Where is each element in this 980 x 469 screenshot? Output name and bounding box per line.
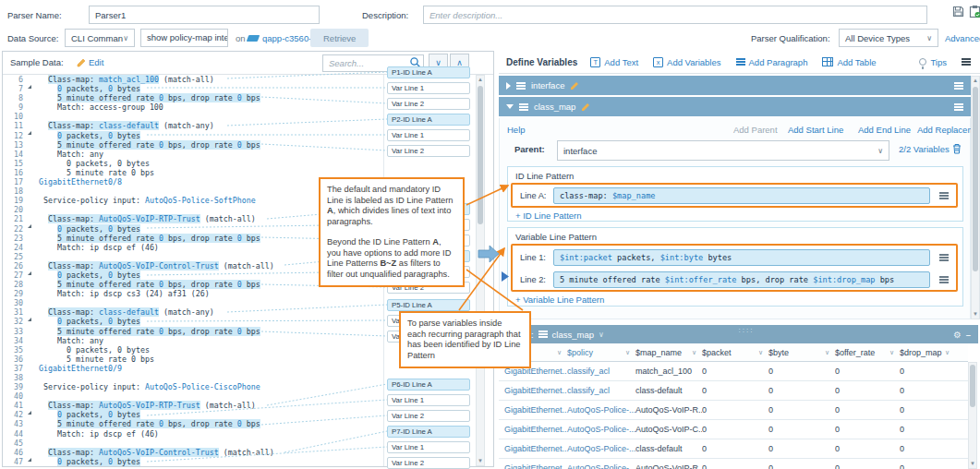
- define-panel-scrollbar[interactable]: ▲ ▼: [971, 76, 980, 319]
- code-line[interactable]: 36 5 minute rate 0 bps: [3, 355, 383, 364]
- add-start-line-link[interactable]: Add Start Line: [788, 125, 843, 135]
- table-row[interactable]: GigabitEthernet...classify_aclmatch_acl_…: [499, 362, 968, 381]
- column-filter-icon[interactable]: ∨: [692, 349, 696, 356]
- caret-right-icon[interactable]: [506, 82, 511, 90]
- line-options-icon[interactable]: [939, 254, 949, 261]
- drag-grip-icon[interactable]: ::::: [739, 326, 755, 334]
- variable-line-2-field[interactable]: 5 minute offered rate $int:offer_rate bp…: [553, 271, 930, 288]
- code-line[interactable]: 44 Match: ip dscp ef (46): [3, 429, 383, 439]
- result-tab-class-map[interactable]: class_map: [552, 330, 594, 340]
- code-line[interactable]: 10: [3, 112, 383, 121]
- add-text-button[interactable]: T Add Text: [590, 57, 638, 67]
- code-line[interactable]: 16 5 minute rate 0 bps: [3, 168, 383, 177]
- var-line-tag[interactable]: Var Line 2: [387, 145, 470, 157]
- code-line[interactable]: 7 0 packets, 0 bytes: [3, 84, 383, 93]
- id-line-tag[interactable]: P1-ID Line A: [387, 66, 470, 78]
- var-line-tag[interactable]: Var Line 2: [387, 410, 470, 422]
- column-filter-icon[interactable]: ∨: [825, 349, 829, 356]
- section-bar-class-map[interactable]: class_map: [499, 97, 971, 116]
- collapse-icon[interactable]: –: [966, 330, 971, 340]
- code-line[interactable]: 13 5 minute offered rate 0 bps, drop rat…: [3, 140, 383, 150]
- code-line[interactable]: 14 Match: any: [3, 150, 383, 159]
- code-line[interactable]: 39 Service-policy input: AutoQoS-Police-…: [3, 382, 383, 391]
- table-row[interactable]: GigabitEthernet...AutoQoS-Police-...Auto…: [499, 459, 968, 469]
- scroll-down-icon[interactable]: ▼: [969, 460, 976, 468]
- chevron-down-icon[interactable]: ∨: [599, 331, 604, 339]
- id-line-tag[interactable]: P6-ID Line A: [387, 379, 470, 391]
- code-line[interactable]: 42 0 packets, 0 bytes: [3, 410, 383, 419]
- scrollbar-thumb[interactable]: [478, 86, 483, 224]
- variable-line-1-field[interactable]: $int:packet packets, $int:byte bytes: [553, 249, 930, 266]
- add-end-line-link[interactable]: Add End Line: [858, 125, 911, 135]
- result-table-scrollbar[interactable]: ▼: [968, 362, 977, 469]
- code-line[interactable]: 30: [3, 298, 383, 307]
- tips-button[interactable]: Tips: [919, 57, 947, 67]
- code-line[interactable]: 11 Class-map: class-default (match-any): [3, 121, 383, 130]
- add-id-line-pattern-link[interactable]: + ID Line Pattern: [515, 210, 582, 221]
- column-header[interactable]: $offer_rate∨: [835, 348, 900, 357]
- description-input[interactable]: [423, 6, 927, 24]
- column-filter-icon[interactable]: ∨: [945, 349, 950, 356]
- code-line[interactable]: 38: [3, 373, 383, 382]
- parser-qualification-select[interactable]: All Device Types ∨: [839, 29, 938, 47]
- line-options-icon[interactable]: [939, 276, 949, 283]
- code-line[interactable]: 32 0 packets, 0 bytes: [3, 317, 383, 326]
- table-row[interactable]: GigabitEthernet...AutoQoS-Police-...Auto…: [499, 420, 968, 439]
- table-row[interactable]: GigabitEthernet...AutoQoS-Police-...clas…: [499, 439, 968, 459]
- parser-name-input[interactable]: [89, 6, 320, 24]
- help-link[interactable]: Help: [507, 125, 526, 135]
- add-variable-line-pattern-link[interactable]: + Variable Line Pattern: [515, 295, 604, 305]
- advanced-link[interactable]: Advanced: [945, 33, 980, 43]
- var-line-tag[interactable]: Var Line 1: [387, 394, 470, 406]
- column-header[interactable]: $drop_map∨: [900, 348, 955, 357]
- code-line[interactable]: 9 Match: access-group 100: [3, 102, 383, 112]
- column-header[interactable]: $byte∨: [768, 348, 835, 357]
- edit-pencil-icon[interactable]: [581, 102, 590, 112]
- caret-down-icon[interactable]: [506, 104, 514, 109]
- clipboard-icon[interactable]: [969, 5, 980, 20]
- code-line[interactable]: 35 0 packets, 0 bytes: [3, 345, 383, 355]
- column-header[interactable]: $map_name∨: [635, 348, 702, 357]
- scroll-up-icon[interactable]: ▲: [477, 76, 484, 84]
- code-line[interactable]: 29 Match: ip dscp cs3 (24) af31 (26): [3, 289, 383, 298]
- parent-select[interactable]: interface ∨: [557, 140, 889, 161]
- scroll-down-icon[interactable]: ▼: [477, 457, 484, 465]
- trash-icon[interactable]: [952, 143, 962, 156]
- scrollbar-thumb[interactable]: [970, 365, 975, 407]
- save-icon[interactable]: [952, 6, 964, 19]
- code-line[interactable]: 40: [3, 391, 383, 401]
- add-paragraph-button[interactable]: Add Paragraph: [736, 57, 808, 67]
- code-line[interactable]: 45: [3, 439, 383, 448]
- code-line[interactable]: 34 Match: any: [3, 336, 383, 345]
- cli-command-input[interactable]: show policy-map inter: [140, 29, 228, 47]
- menu-icon[interactable]: [962, 58, 971, 66]
- scroll-up-icon[interactable]: ▲: [972, 77, 979, 85]
- column-filter-icon[interactable]: ∨: [758, 349, 763, 356]
- var-line-tag[interactable]: Var Line 2: [387, 98, 470, 110]
- code-line[interactable]: 8 5 minute offered rate 0 bps, drop rate…: [3, 93, 383, 102]
- id-line-tag[interactable]: P2-ID Line A: [387, 114, 470, 126]
- data-source-select[interactable]: CLI Command ∨: [65, 29, 135, 47]
- var-line-tag[interactable]: Var Line 1: [387, 129, 470, 141]
- tags-scrollbar[interactable]: ▲ ▼: [476, 75, 485, 466]
- code-line[interactable]: 43 5 minute offered rate 0 bps, drop rat…: [3, 419, 383, 428]
- code-line[interactable]: 31 Class-map: class-default (match-any): [3, 307, 383, 317]
- device-name-link[interactable]: qapp-c3560-1: [262, 33, 317, 43]
- code-line[interactable]: 41 Class-map: AutoQoS-VoIP-RTP-Trust (ma…: [3, 401, 383, 410]
- edit-link[interactable]: Edit: [89, 57, 103, 67]
- column-filter-icon[interactable]: ∨: [625, 349, 630, 356]
- section-bar-interface[interactable]: interface: [499, 76, 971, 95]
- var-line-tag[interactable]: Var Line 1: [387, 82, 470, 94]
- column-filter-icon[interactable]: ∨: [889, 349, 894, 356]
- section-menu-icon[interactable]: [954, 82, 963, 90]
- retrieve-button[interactable]: Retrieve: [310, 29, 369, 47]
- column-filter-icon[interactable]: ∨: [557, 349, 562, 356]
- id-line-tag[interactable]: P5-ID Line A: [387, 299, 470, 311]
- column-header[interactable]: $packet∨: [702, 348, 768, 357]
- edit-pencil-icon[interactable]: [570, 81, 579, 90]
- var-line-tag[interactable]: Var Line 1: [387, 441, 470, 453]
- add-variables-button[interactable]: x Add Variables: [653, 57, 720, 67]
- code-line[interactable]: 33 5 minute offered rate 0 bps, drop rat…: [3, 327, 383, 336]
- result-bar[interactable]: Result: class_map ∨ :::: ⚙ –: [499, 325, 978, 343]
- table-row[interactable]: GigabitEthernet...classify_aclclass-defa…: [499, 381, 968, 401]
